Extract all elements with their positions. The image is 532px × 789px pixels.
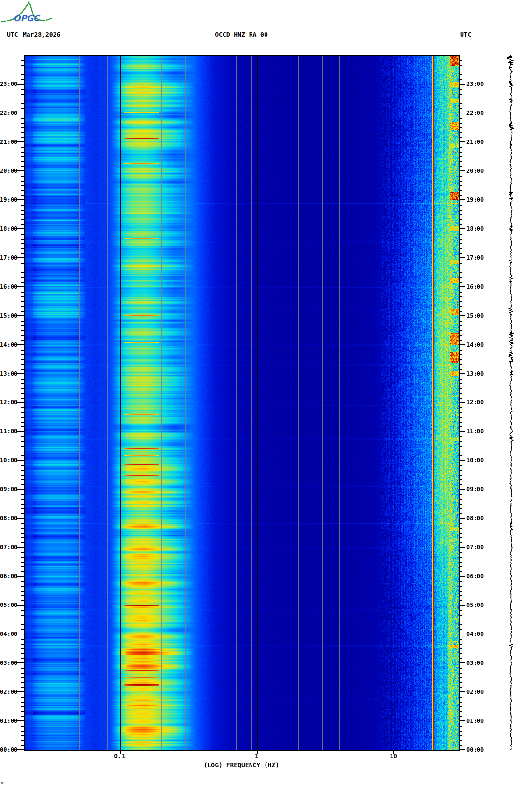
time-tick-minor bbox=[459, 426, 462, 427]
freq-tick-label: 10 bbox=[379, 752, 408, 760]
time-tick-minor bbox=[21, 350, 24, 351]
time-tick-major bbox=[17, 605, 24, 606]
time-tick-major bbox=[17, 402, 24, 403]
time-tick-major bbox=[17, 228, 24, 229]
time-tick-minor bbox=[21, 224, 24, 225]
time-tick-minor bbox=[459, 89, 462, 90]
time-tick-minor bbox=[459, 508, 462, 509]
time-tick-minor bbox=[459, 118, 462, 119]
time-tick-minor bbox=[459, 417, 462, 418]
time-tick-minor bbox=[21, 65, 24, 66]
time-tick-minor bbox=[21, 537, 24, 538]
time-tick-major bbox=[17, 431, 24, 432]
time-tick-major bbox=[17, 344, 24, 345]
time-tick-minor bbox=[21, 610, 24, 611]
time-tick-major bbox=[459, 460, 465, 461]
time-tick-minor bbox=[21, 542, 24, 543]
time-tick-minor bbox=[21, 70, 24, 70]
time-tick-minor bbox=[459, 398, 462, 399]
time-label: 23:00 bbox=[466, 81, 484, 87]
time-tick-minor bbox=[459, 639, 462, 640]
time-tick-minor bbox=[459, 277, 462, 278]
time-label: 16:00 bbox=[466, 283, 484, 290]
time-tick-minor bbox=[459, 716, 462, 717]
time-label: 19:00 bbox=[466, 197, 484, 203]
time-tick-minor bbox=[459, 219, 462, 220]
seismogram-trace bbox=[506, 55, 515, 750]
time-tick-major bbox=[459, 518, 465, 519]
time-tick-minor bbox=[21, 629, 24, 630]
time-label: 13:00 bbox=[0, 370, 17, 377]
time-tick-minor bbox=[459, 311, 462, 312]
corner-mark: w bbox=[1, 781, 3, 785]
time-tick-minor bbox=[21, 99, 24, 99]
time-tick-minor bbox=[21, 306, 24, 307]
time-label: 15:00 bbox=[466, 312, 484, 319]
time-tick-minor bbox=[21, 528, 24, 529]
time-tick-minor bbox=[21, 311, 24, 312]
time-label: 15:00 bbox=[0, 312, 17, 319]
time-tick-minor bbox=[459, 702, 462, 703]
time-tick-minor bbox=[21, 499, 24, 500]
time-tick-minor bbox=[21, 591, 24, 592]
time-tick-minor bbox=[459, 340, 462, 341]
time-tick-major bbox=[459, 691, 465, 692]
time-tick-minor bbox=[459, 658, 462, 659]
time-tick-minor bbox=[459, 581, 462, 582]
time-label: 08:00 bbox=[0, 515, 17, 521]
time-label: 09:00 bbox=[0, 486, 17, 493]
time-tick-minor bbox=[459, 70, 462, 70]
time-tick-minor bbox=[21, 340, 24, 341]
time-tick-minor bbox=[21, 161, 24, 162]
time-tick-minor bbox=[21, 745, 24, 746]
time-tick-minor bbox=[21, 94, 24, 95]
time-tick-minor bbox=[459, 494, 462, 495]
time-tick-minor bbox=[21, 321, 24, 322]
time-label: 06:00 bbox=[0, 573, 17, 579]
time-tick-minor bbox=[21, 475, 24, 476]
time-tick-minor bbox=[21, 687, 24, 688]
time-tick-minor bbox=[21, 79, 24, 80]
time-tick-minor bbox=[21, 644, 24, 645]
time-tick-minor bbox=[459, 731, 462, 732]
time-tick-minor bbox=[21, 219, 24, 220]
time-tick-minor bbox=[21, 277, 24, 278]
time-tick-minor bbox=[459, 306, 462, 307]
time-tick-major bbox=[459, 257, 465, 258]
time-tick-major bbox=[459, 113, 465, 113]
time-tick-minor bbox=[459, 475, 462, 476]
time-tick-minor bbox=[459, 682, 462, 683]
time-tick-minor bbox=[21, 508, 24, 509]
time-tick-major bbox=[17, 547, 24, 548]
time-tick-minor bbox=[459, 687, 462, 688]
time-tick-minor bbox=[21, 253, 24, 254]
time-tick-minor bbox=[459, 354, 462, 355]
time-label: 23:00 bbox=[0, 81, 17, 87]
spectrogram-plot-area bbox=[24, 55, 460, 751]
time-tick-major bbox=[17, 691, 24, 692]
time-tick-minor bbox=[21, 557, 24, 558]
time-tick-minor bbox=[459, 436, 462, 437]
time-tick-minor bbox=[459, 528, 462, 529]
time-label: 08:00 bbox=[466, 515, 484, 521]
freq-tick-label: 1 bbox=[242, 752, 271, 760]
time-tick-minor bbox=[459, 745, 462, 746]
time-tick-minor bbox=[21, 190, 24, 191]
time-tick-major bbox=[17, 749, 24, 750]
time-label: 12:00 bbox=[466, 399, 484, 406]
time-tick-minor bbox=[459, 393, 462, 394]
time-tick-minor bbox=[459, 566, 462, 567]
time-tick-minor bbox=[459, 499, 462, 500]
time-tick-minor bbox=[21, 624, 24, 625]
time-tick-minor bbox=[459, 161, 462, 162]
time-tick-major bbox=[459, 431, 465, 432]
time-tick-minor bbox=[459, 470, 462, 471]
time-tick-minor bbox=[21, 740, 24, 741]
time-tick-major bbox=[17, 141, 24, 142]
time-tick-minor bbox=[459, 653, 462, 654]
time-tick-minor bbox=[459, 610, 462, 611]
time-tick-major bbox=[17, 662, 24, 663]
time-tick-minor bbox=[459, 248, 462, 249]
time-tick-minor bbox=[21, 735, 24, 736]
time-tick-minor bbox=[459, 243, 462, 244]
